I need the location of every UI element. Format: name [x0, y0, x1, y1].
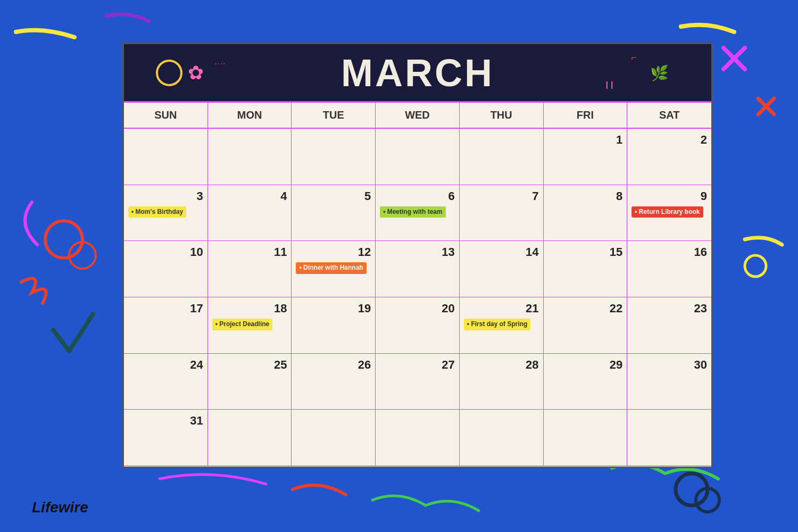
cell-day-14[interactable]: 14 — [460, 241, 544, 297]
cell-day-3[interactable]: 3 Mom's Birthday — [124, 185, 208, 242]
calendar-grid: 1 2 3 Mom's Birthday 4 5 6 Meeting with … — [124, 129, 711, 466]
cell-day-12[interactable]: 12 Dinner with Hannah — [292, 241, 376, 297]
cell-empty-5 — [460, 129, 544, 185]
cell-day-23[interactable]: 23 — [627, 297, 711, 354]
cell-day-30[interactable]: 30 — [627, 354, 711, 410]
svg-line-2 — [758, 98, 774, 114]
cell-empty-w6-7 — [627, 410, 711, 466]
lifewire-logo: Lifewire — [32, 499, 88, 516]
svg-point-7 — [676, 473, 708, 505]
day-mon: MON — [208, 103, 292, 128]
cell-day-28[interactable]: 28 — [460, 354, 544, 410]
cell-day-10[interactable]: 10 — [124, 241, 208, 297]
day-number: 15 — [548, 245, 623, 259]
event-meeting-with-team: Meeting with team — [380, 206, 446, 218]
cell-day-16[interactable]: 16 — [627, 241, 711, 297]
day-number: 31 — [128, 414, 203, 428]
cell-day-4[interactable]: 4 — [208, 185, 292, 242]
calendar-title: MARCH — [341, 51, 494, 95]
svg-point-5 — [69, 242, 96, 269]
day-number: 10 — [128, 245, 203, 259]
cell-day-17[interactable]: 17 — [124, 297, 208, 354]
cell-day-20[interactable]: 20 — [376, 297, 460, 354]
calendar: ✿ ‥‥ MARCH II 🌿 ⌐ SUN MON TUE WED THU FR… — [122, 43, 713, 468]
day-number: 21 — [464, 302, 539, 315]
cell-empty-1 — [124, 129, 208, 185]
cell-day-9[interactable]: 9 Return Library book — [627, 185, 711, 242]
cell-day-31[interactable]: 31 — [124, 410, 208, 466]
svg-line-0 — [724, 48, 745, 69]
cell-empty-2 — [208, 129, 292, 185]
day-number: 19 — [296, 302, 371, 315]
cell-day-8[interactable]: 8 — [544, 185, 628, 242]
event-return-library-book: Return Library book — [631, 206, 703, 218]
cell-day-29[interactable]: 29 — [544, 354, 628, 410]
cell-empty-w6-3 — [292, 410, 376, 466]
day-sat: SAT — [627, 103, 711, 128]
cell-day-18[interactable]: 18 Project Deadline — [208, 297, 292, 354]
calendar-header: ✿ ‥‥ MARCH II 🌿 ⌐ — [124, 44, 711, 103]
day-number: 25 — [212, 358, 287, 372]
day-number: 1 — [548, 133, 623, 147]
header-circle-deco — [156, 60, 182, 86]
header-dots-left: ‥‥ — [214, 57, 226, 66]
day-number: 28 — [464, 358, 539, 372]
cell-day-2[interactable]: 2 — [627, 129, 711, 185]
day-number: 26 — [296, 358, 371, 372]
day-number: 23 — [631, 302, 707, 315]
cell-empty-w6-6 — [544, 410, 628, 466]
day-sun: SUN — [124, 103, 208, 128]
cell-day-11[interactable]: 11 — [208, 241, 292, 297]
cell-day-25[interactable]: 25 — [208, 354, 292, 410]
day-number: 16 — [631, 245, 707, 259]
day-number: 14 — [464, 245, 539, 259]
header-stairs-deco: ⌐ — [631, 52, 637, 63]
header-tree-deco: 🌿 — [650, 64, 669, 81]
cell-day-26[interactable]: 26 — [292, 354, 376, 410]
day-number: 11 — [212, 245, 287, 259]
cell-day-7[interactable]: 7 — [460, 185, 544, 242]
day-number: 27 — [380, 358, 455, 372]
cell-day-21[interactable]: 21 First day of Spring — [460, 297, 544, 354]
cell-empty-w6-4 — [376, 410, 460, 466]
cell-empty-w6-5 — [460, 410, 544, 466]
header-flower-deco: ✿ — [188, 62, 204, 84]
day-wed: WED — [376, 103, 460, 128]
cell-day-22[interactable]: 22 — [544, 297, 628, 354]
day-number: 13 — [380, 245, 455, 259]
cell-day-15[interactable]: 15 — [544, 241, 628, 297]
day-thu: THU — [460, 103, 544, 128]
svg-point-8 — [696, 488, 719, 512]
cell-day-6[interactable]: 6 Meeting with team — [376, 185, 460, 242]
event-dinner-with-hannah: Dinner with Hannah — [296, 262, 366, 274]
day-number: 7 — [464, 189, 539, 203]
day-number: 6 — [380, 189, 455, 203]
day-number: 9 — [631, 189, 707, 203]
svg-point-6 — [745, 255, 766, 277]
day-number: 24 — [128, 358, 203, 372]
cell-empty-3 — [292, 129, 376, 185]
header-dots-right: II — [605, 79, 616, 92]
day-number: 17 — [128, 302, 203, 315]
day-fri: FRI — [544, 103, 628, 128]
day-number: 12 — [296, 245, 371, 259]
event-first-day-of-spring: First day of Spring — [464, 319, 531, 330]
day-number: 2 — [631, 133, 707, 147]
day-number: 29 — [548, 358, 623, 372]
cell-day-24[interactable]: 24 — [124, 354, 208, 410]
cell-day-19[interactable]: 19 — [292, 297, 376, 354]
cell-day-1[interactable]: 1 — [544, 129, 628, 185]
event-moms-birthday: Mom's Birthday — [128, 206, 186, 218]
day-tue: TUE — [292, 103, 376, 128]
event-project-deadline: Project Deadline — [212, 319, 273, 330]
svg-line-3 — [758, 98, 774, 114]
cell-day-5[interactable]: 5 — [292, 185, 376, 242]
cell-day-27[interactable]: 27 — [376, 354, 460, 410]
day-number: 22 — [548, 302, 623, 315]
cell-day-13[interactable]: 13 — [376, 241, 460, 297]
day-number: 4 — [212, 189, 287, 203]
day-number: 20 — [380, 302, 455, 315]
day-number: 5 — [296, 189, 371, 203]
svg-line-1 — [724, 48, 745, 69]
day-number: 30 — [631, 358, 707, 372]
